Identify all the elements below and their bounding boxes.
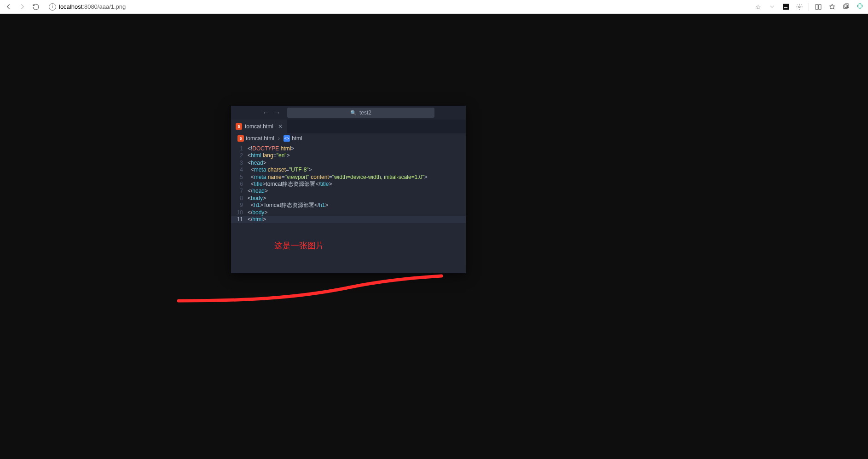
chevron-right-icon: › <box>278 135 280 142</box>
page-viewport: ← → 🔍 test2 5 tomcat.html ✕ 5 tomcat.htm… <box>0 14 868 459</box>
crumb-node[interactable]: html <box>292 135 302 142</box>
code-editor-panel: ← → 🔍 test2 5 tomcat.html ✕ 5 tomcat.htm… <box>231 106 466 273</box>
ext-square-icon[interactable] <box>781 2 790 11</box>
code-line[interactable]: 8<body> <box>231 195 466 202</box>
code-line[interactable]: 3<head> <box>231 160 466 166</box>
panel-nav: ← → <box>262 109 281 117</box>
panel-titlebar: ← → 🔍 test2 <box>231 106 466 120</box>
favorite-icon[interactable]: ☆ <box>753 2 763 11</box>
extensions-icon[interactable] <box>855 2 864 11</box>
code-line[interactable]: 10</body> <box>231 209 466 216</box>
code-line[interactable]: 4 <meta charset="UTF-8"> <box>231 166 466 173</box>
html5-icon: 5 <box>236 123 242 130</box>
nav-forward-icon[interactable]: → <box>273 109 281 117</box>
code-editor[interactable]: 1<!DOCTYPE html>2<html lang="en">3<head>… <box>231 143 466 273</box>
crumb-file[interactable]: tomcat.html <box>246 135 274 142</box>
tab-tomcat-html[interactable]: 5 tomcat.html ✕ <box>231 120 287 133</box>
tab-label: tomcat.html <box>245 123 273 130</box>
toolbar-divider <box>809 3 809 11</box>
svg-rect-3 <box>816 4 818 9</box>
back-button[interactable] <box>4 2 13 11</box>
search-text: test2 <box>359 109 371 116</box>
svg-point-2 <box>799 6 800 8</box>
panels-icon[interactable] <box>814 2 823 11</box>
collections-icon[interactable] <box>841 2 851 11</box>
code-line[interactable]: 2<html lang="en"> <box>231 152 466 159</box>
url-text: localhost:8080/aaa/1.png <box>59 3 126 10</box>
code-line[interactable]: 5 <meta name="viewport" content="width=d… <box>231 174 466 181</box>
nav-back-icon[interactable]: ← <box>262 109 270 117</box>
forward-button <box>17 2 27 11</box>
annotation-text: 这是一张图片 <box>274 240 324 251</box>
html5-icon: 5 <box>237 135 244 142</box>
code-line[interactable]: 11</html> <box>231 216 466 223</box>
element-icon: <> <box>284 135 290 142</box>
code-line[interactable]: 1<!DOCTYPE html> <box>231 145 466 152</box>
close-tab-icon[interactable]: ✕ <box>278 123 283 130</box>
search-icon: 🔍 <box>350 110 357 116</box>
code-line[interactable]: 9 <h1>Tomcat静态资源部署</h1> <box>231 202 466 209</box>
svg-rect-4 <box>819 4 821 9</box>
toolbar-right: ☆ <box>753 2 864 11</box>
chevron-down-icon[interactable] <box>767 2 776 11</box>
favorites-list-icon[interactable] <box>827 2 837 11</box>
breadcrumb: 5 tomcat.html › <> html <box>231 133 466 143</box>
svg-rect-1 <box>784 7 787 8</box>
reload-button[interactable] <box>31 2 41 11</box>
code-line[interactable]: 7</head> <box>231 188 466 195</box>
site-info-icon[interactable]: i <box>49 3 56 11</box>
svg-rect-0 <box>783 4 789 10</box>
browser-toolbar: i localhost:8080/aaa/1.png ☆ <box>0 0 868 14</box>
command-search[interactable]: 🔍 test2 <box>287 108 434 118</box>
code-line[interactable]: 6 <title>tomcat静态资源部署</title> <box>231 181 466 188</box>
editor-tabbar: 5 tomcat.html ✕ <box>231 120 466 133</box>
address-bar[interactable]: i localhost:8080/aaa/1.png <box>45 1 749 12</box>
gear-icon[interactable] <box>795 2 804 11</box>
